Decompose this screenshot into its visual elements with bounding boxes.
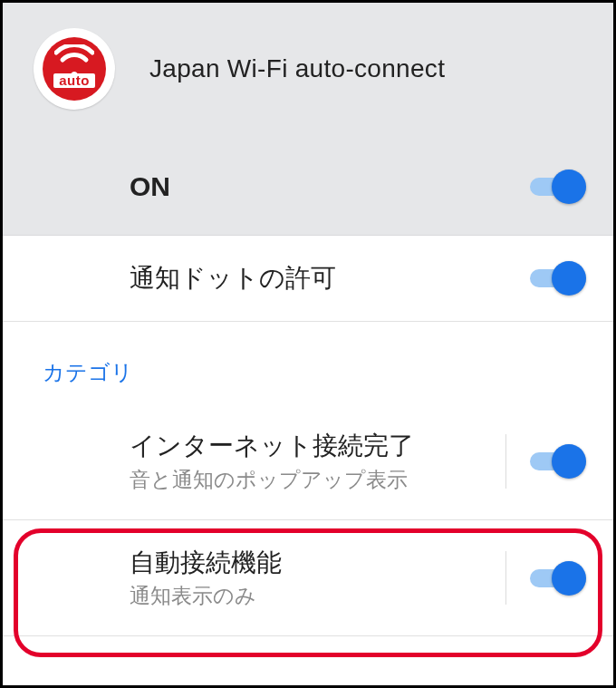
categories-section-label: カテゴリ — [3, 322, 613, 403]
app-title-text: Japan Wi-Fi auto-connect — [149, 54, 445, 83]
wifi-icon — [54, 44, 94, 75]
category-auto-connect-row[interactable]: 自動接続機能 通知表示のみ — [3, 520, 613, 637]
wifi-auto-icon: auto — [43, 37, 106, 101]
separator — [505, 551, 506, 606]
notification-dot-label: 通知ドットの許可 — [130, 261, 514, 296]
category-auto-connect-switch[interactable] — [530, 561, 586, 596]
category-title: インターネット接続完了 — [130, 429, 489, 463]
notification-dot-switch[interactable] — [530, 261, 586, 296]
separator — [505, 434, 506, 489]
category-subtitle: 通知表示のみ — [130, 583, 489, 610]
category-subtitle: 音と通知のポップアップ表示 — [130, 467, 489, 494]
category-internet-connected-row[interactable]: インターネット接続完了 音と通知のポップアップ表示 — [3, 403, 613, 520]
master-toggle-row[interactable]: ON — [3, 148, 613, 236]
auto-label: auto — [53, 73, 95, 88]
app-title-row: auto Japan Wi-Fi auto-connect — [3, 28, 613, 148]
master-toggle-switch[interactable] — [530, 170, 586, 204]
category-internet-connected-switch[interactable] — [530, 444, 586, 479]
category-title: 自動接続機能 — [130, 546, 489, 580]
settings-screen: auto Japan Wi-Fi auto-connect ON 通知ドットの許… — [0, 0, 616, 688]
app-icon: auto — [34, 28, 115, 110]
notification-dot-row[interactable]: 通知ドットの許可 — [3, 236, 613, 322]
master-toggle-label: ON — [130, 171, 514, 202]
app-header: auto Japan Wi-Fi auto-connect ON — [3, 3, 613, 236]
